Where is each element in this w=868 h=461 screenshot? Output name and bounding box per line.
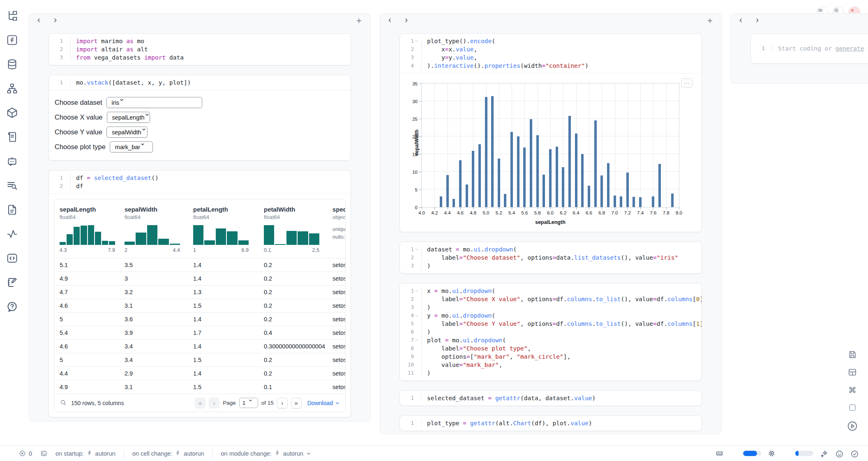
dropdown-select[interactable]: iris xyxy=(106,97,202,108)
next-page-button[interactable]: › xyxy=(277,398,288,408)
download-link[interactable]: Download xyxy=(307,400,340,406)
add-cell-button[interactable] xyxy=(356,17,365,27)
dropdown-select[interactable]: sepalLength xyxy=(107,112,150,123)
cell-vstack[interactable]: 1mo.vstack([dataset, x, y, plot])Choose … xyxy=(48,75,351,161)
table-row[interactable]: 4.73.21.30.2setosa xyxy=(54,285,345,299)
code-editor[interactable]: 1x = mo.ui.dropdown(2 label="Choose X va… xyxy=(400,284,702,380)
table-row[interactable]: 53.61.40.2setosa xyxy=(54,312,345,326)
prev-cell-button[interactable] xyxy=(387,17,397,27)
code-editor[interactable]: 1plot_type().encode(2 x=x.value,3 y=y.va… xyxy=(400,34,702,73)
sidebar-item-snippets[interactable] xyxy=(6,252,20,266)
table-row[interactable]: 53.41.50.2setosa xyxy=(54,353,345,366)
sidebar-item-help[interactable] xyxy=(6,301,20,315)
sidebar-item-logs[interactable] xyxy=(6,131,20,145)
cell-df[interactable]: 1df = selected_dataset()2dfsepalLengthfl… xyxy=(48,170,351,417)
chart-bar xyxy=(588,186,590,207)
sidebar-item-documentation[interactable] xyxy=(6,204,20,218)
copilot-button[interactable] xyxy=(835,449,844,458)
x-tick xyxy=(473,207,473,210)
next-cell-button[interactable] xyxy=(754,17,764,27)
table-cell: 1.5 xyxy=(193,384,264,390)
layout-button[interactable] xyxy=(847,367,857,377)
prev-cell-button[interactable] xyxy=(36,17,46,27)
table-column-header[interactable]: speciesobjectunique:nulls: xyxy=(332,206,345,253)
table-column-header[interactable]: sepalWidthfloat6424.4 xyxy=(125,206,193,253)
fold-area xyxy=(415,55,419,60)
sidebar-item-dependency-graph[interactable] xyxy=(6,83,20,97)
generate-link[interactable]: generate xyxy=(836,45,864,52)
run-mode-startup[interactable]: on startup:autorun xyxy=(55,450,115,457)
table-row[interactable]: 4.63.41.40.30000000000000004setosa xyxy=(54,339,345,353)
table-column-header[interactable]: petalWidthfloat640.12.5 xyxy=(264,206,332,253)
play-circle-button[interactable] xyxy=(847,420,858,432)
sidebar-item-file-explorer[interactable] xyxy=(6,10,20,24)
table-column-header[interactable]: petalLengthfloat6416.9 xyxy=(193,206,264,253)
table-cell: 5.1 xyxy=(60,262,125,268)
bolt-icon xyxy=(275,450,280,456)
column-name: species xyxy=(332,206,345,213)
fold-chevron[interactable] xyxy=(415,39,419,44)
table-row[interactable]: 4.93.11.50.1setosa xyxy=(54,380,345,394)
fold-chevron[interactable] xyxy=(415,313,419,318)
fold-chevron[interactable] xyxy=(415,247,419,252)
table-row[interactable]: 4.42.91.40.2setosa xyxy=(54,366,345,380)
x-gridline xyxy=(434,83,435,207)
code-editor[interactable]: 1selected_dataset = getattr(data, datase… xyxy=(400,391,702,406)
add-cell-button[interactable] xyxy=(706,17,716,27)
sidebar-item-packages[interactable] xyxy=(6,107,20,121)
x-tick-label: 4.8 xyxy=(466,210,480,215)
sidebar-item-search-list[interactable] xyxy=(6,180,20,194)
sidebar-item-function-square[interactable] xyxy=(6,34,20,48)
code-editor[interactable]: 1plot_type = getattr(alt.Chart(df), plot… xyxy=(400,416,702,431)
cell-imports[interactable]: 1import marimo as mo2import altair as al… xyxy=(48,33,351,65)
chart-bar xyxy=(510,132,513,207)
command-button[interactable] xyxy=(847,385,857,395)
frame-button[interactable] xyxy=(847,403,857,413)
sidebar-item-scratchpad[interactable] xyxy=(6,277,20,290)
table-row[interactable]: 4.63.11.50.2setosa xyxy=(54,299,345,312)
chart-bar xyxy=(523,148,526,207)
search-wrap[interactable] xyxy=(60,399,67,407)
sidebar-item-tracing[interactable] xyxy=(6,228,20,242)
page-select[interactable]: 1 xyxy=(239,398,258,408)
table-row[interactable]: 5.13.51.40.2setosa xyxy=(54,258,345,272)
cell-dataset-dropdown[interactable]: 1dataset = mo.ui.dropdown(2 label="Choos… xyxy=(399,242,702,274)
cell-plot[interactable]: 1plot_type().encode(2 x=x.value,3 y=y.va… xyxy=(399,33,702,232)
code-editor[interactable]: 1mo.vstack([dataset, x, y, plot]) xyxy=(49,75,351,90)
cell-plot-type[interactable]: 1plot_type = getattr(alt.Chart(df), plot… xyxy=(399,415,702,431)
table-cell: 3.6 xyxy=(125,316,193,323)
error-indicator[interactable]: 0 xyxy=(19,450,32,457)
next-cell-button[interactable] xyxy=(403,17,413,27)
last-page-button[interactable]: » xyxy=(291,398,302,408)
prev-cell-button[interactable] xyxy=(738,17,748,27)
fold-chevron[interactable] xyxy=(415,289,419,293)
table-row[interactable]: 5.43.91.70.4setosa xyxy=(54,326,345,339)
save-button[interactable] xyxy=(847,350,857,360)
fold-chevron[interactable] xyxy=(415,338,419,343)
code-editor[interactable]: 1df = selected_dataset()2df xyxy=(49,171,351,194)
x-tick-label: 4.2 xyxy=(427,210,441,215)
code-editor[interactable]: 1Start coding or generate with xyxy=(751,34,868,63)
sidebar-item-chat[interactable] xyxy=(6,155,20,169)
run-mode-cell-change[interactable]: on cell change:autorun xyxy=(132,450,204,457)
connection-status-button[interactable] xyxy=(850,449,859,458)
cell-xy-plot-dropdowns[interactable]: 1x = mo.ui.dropdown(2 label="Choose X va… xyxy=(399,283,702,381)
sidebar-item-datasources[interactable] xyxy=(6,58,20,72)
prev-page-button[interactable]: ‹ xyxy=(209,398,219,408)
terminal-button[interactable] xyxy=(40,450,47,457)
token: "Choose Y value" xyxy=(463,320,520,327)
dropdown-select[interactable]: mark_bar xyxy=(110,141,153,152)
code-placeholder[interactable]: Start coding or generate with xyxy=(772,44,868,53)
run-mode-module-change[interactable]: on module change:autorun xyxy=(221,450,312,457)
cell-selected-dataset[interactable]: 1selected_dataset = getattr(data, datase… xyxy=(399,390,702,406)
table-column-header[interactable]: sepalLengthfloat644.37.9 xyxy=(60,206,125,253)
code-editor[interactable]: 1dataset = mo.ui.dropdown(2 label="Choos… xyxy=(400,242,702,273)
table-row[interactable]: 4.931.40.2setosa xyxy=(54,272,345,285)
first-page-button[interactable]: « xyxy=(195,398,205,408)
cell-new[interactable]: 1Start coding or generate with xyxy=(750,33,868,64)
next-cell-button[interactable] xyxy=(52,17,62,27)
ai-assistant-button[interactable] xyxy=(820,449,829,458)
token: selected_dataset xyxy=(94,175,152,181)
code-editor[interactable]: 1import marimo as mo2import altair as al… xyxy=(49,34,351,65)
dropdown-select[interactable]: sepalWidth xyxy=(106,127,148,138)
